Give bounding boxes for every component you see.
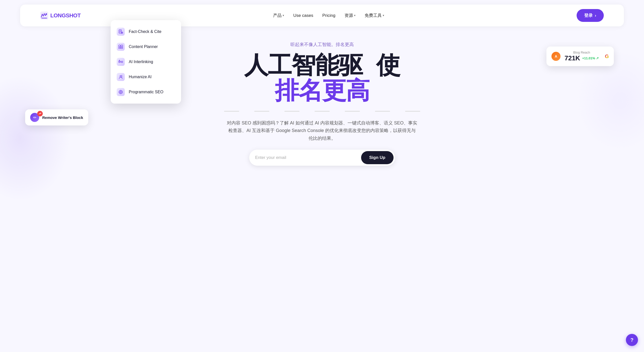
svg-rect-4 (119, 45, 120, 47)
blog-reach-info: Blog Reach 721K +11.01% ↗ (565, 51, 599, 62)
writers-block-card: ✏ Remove Writer's Block (25, 109, 88, 125)
nav-links: 产品 ▾ Use cases Pricing 资源 ▾ 免费工具 ▾ (273, 13, 384, 18)
logo[interactable]: LONGSHOT (40, 12, 81, 20)
dropdown-item-label: Content Planner (129, 45, 158, 49)
help-button[interactable]: ? (626, 334, 638, 346)
svg-point-1 (46, 13, 47, 15)
divider-line (405, 111, 420, 112)
hero-section: 听起来不像人工智能。排名更高 人工智能驱 使 排名更高 对内容 SEO 感到困惑… (0, 26, 644, 176)
logo-icon (40, 12, 48, 20)
dropdown-item-content-planner[interactable]: Content Planner (111, 39, 181, 54)
dropdown-item-humanize-ai[interactable]: Humanize AI (111, 69, 181, 84)
google-g-icon: G (605, 54, 609, 59)
fact-check-icon (117, 28, 125, 36)
hero-title-row2: 排名更高 (5, 78, 639, 103)
writers-block-icon-wrapper: ✏ (30, 113, 39, 122)
signup-button[interactable]: Sign Up (361, 151, 393, 164)
blog-reach-card: A Blog Reach 721K +11.01% ↗ G (546, 47, 614, 66)
products-dropdown: Fact-Check & Cite Content Planner (111, 20, 181, 104)
dropdown-item-fact-check[interactable]: Fact-Check & Cite (111, 24, 181, 39)
content-planner-icon (117, 43, 125, 51)
divider-line (375, 111, 390, 112)
writers-block-label: Remove Writer's Block (42, 115, 83, 120)
nav-free-tools[interactable]: 免费工具 ▾ (365, 13, 384, 18)
ai-interlinking-icon (117, 58, 125, 66)
dropdown-item-label: Humanize AI (129, 75, 152, 79)
dropdown-item-label: Fact-Check & Cite (129, 29, 161, 34)
divider-line (345, 111, 360, 112)
divider-line (224, 111, 239, 112)
blog-reach-value: 721K (565, 54, 580, 62)
blog-reach-avatar: A (551, 52, 561, 61)
programmatic-seo-icon (117, 88, 125, 96)
chevron-down-icon: ▾ (354, 14, 356, 17)
nav-pricing[interactable]: Pricing (322, 13, 335, 18)
hero-subtitle: 听起来不像人工智能。排名更高 (5, 41, 639, 48)
humanize-ai-icon (117, 73, 125, 81)
hero-description: 对内容 SEO 感到困惑吗？了解 AI 如何通过 AI 内容规划器、一键式自动博… (227, 119, 418, 142)
chevron-down-icon: ▾ (283, 14, 284, 17)
hero-title-row1: 人工智能驱 使 (5, 53, 639, 78)
svg-point-11 (120, 75, 121, 77)
hero-dividers (5, 111, 639, 112)
nav-resources[interactable]: 资源 ▾ (345, 13, 356, 18)
dropdown-item-label: Programmatic SEO (129, 90, 163, 94)
divider-line (315, 111, 330, 112)
svg-point-9 (121, 61, 123, 63)
dropdown-item-label: AI Interlinking (129, 60, 153, 64)
email-input[interactable] (255, 155, 361, 160)
divider-line (284, 111, 299, 112)
divider-line (254, 111, 269, 112)
blog-reach-label: Blog Reach (565, 51, 599, 54)
chevron-down-icon: ▾ (383, 14, 384, 17)
nav-use-cases[interactable]: Use cases (293, 13, 313, 18)
hero-title: 人工智能驱 使 排名更高 (5, 53, 639, 103)
dropdown-item-programmatic-seo[interactable]: Programmatic SEO (111, 84, 181, 100)
login-button[interactable]: 登录 › (577, 9, 604, 22)
svg-rect-5 (121, 45, 123, 47)
dropdown-item-ai-interlinking[interactable]: AI Interlinking (111, 54, 181, 69)
svg-rect-7 (121, 47, 123, 49)
blog-reach-change: +11.01% ↗ (582, 56, 599, 60)
nav-products[interactable]: 产品 ▾ (273, 13, 284, 18)
svg-point-10 (119, 60, 120, 61)
signup-form: Sign Up (249, 150, 395, 166)
svg-rect-6 (119, 47, 120, 49)
writers-block-badge (37, 111, 43, 116)
